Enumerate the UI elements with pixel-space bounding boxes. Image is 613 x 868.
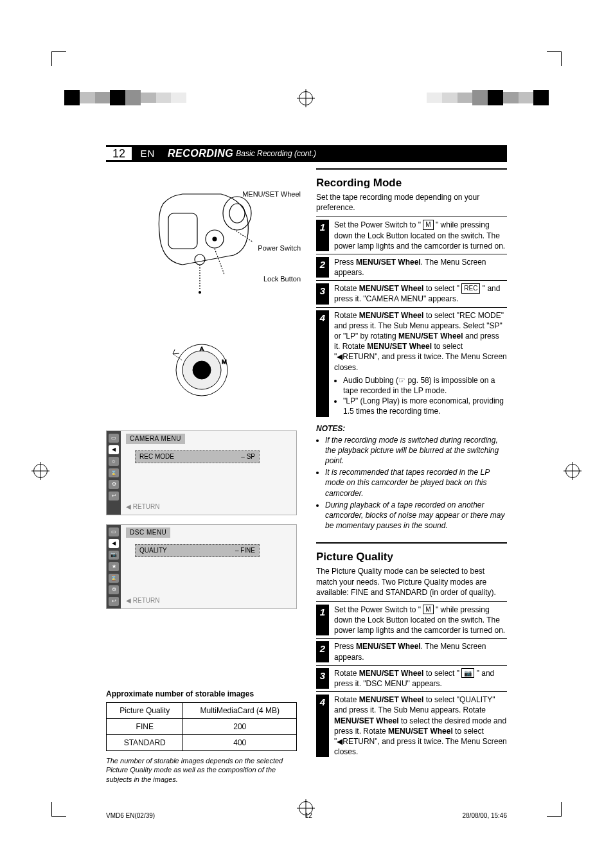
section-title-pic-quality: Picture Quality — [316, 550, 507, 565]
registration-mark-icon — [565, 464, 580, 478]
svg-point-6 — [199, 292, 200, 294]
menu-title: CAMERA MENU — [126, 434, 185, 444]
control-name: MENU/SET Wheel — [359, 669, 424, 678]
menu-return-label: ◀ RETURN — [126, 596, 159, 605]
step-number: 4 — [316, 695, 329, 757]
step-1: 1 Set the Power Switch to " M " while pr… — [316, 217, 507, 254]
table-row: Picture Quality MultiMediaCard (4 MB) — [107, 702, 297, 718]
step-number: 2 — [316, 257, 329, 278]
table-cell: FINE — [107, 718, 183, 734]
right-column: Recording Mode Set the tape recording mo… — [316, 168, 507, 791]
step-bullet: Audio Dubbing (☞ pg. 58) is impossible o… — [343, 375, 507, 396]
menu-tab-icon: ▭ — [109, 434, 119, 443]
chapter-subtitle: Basic Recording (cont.) — [233, 145, 316, 162]
footer-filecode: VMD6 EN(02/39) — [106, 811, 155, 820]
menu-return-label: ◀ RETURN — [126, 502, 159, 511]
printer-color-strip-icon — [64, 90, 186, 105]
crop-mark-icon — [547, 802, 562, 817]
registration-mark-icon — [33, 464, 48, 478]
table-cell: STANDARD — [107, 734, 183, 750]
step-4: 4 Rotate MENU/SET Wheel to select "QUALI… — [316, 691, 507, 759]
svg-point-9 — [193, 361, 211, 379]
control-name: MENU/SET Wheel — [356, 642, 421, 651]
svg-point-1 — [229, 204, 245, 223]
registration-mark-icon — [299, 91, 313, 105]
step-body: Set the Power Switch to " M " while pres… — [334, 605, 507, 636]
control-name: MENU/SET Wheel — [356, 258, 421, 267]
step-body: Rotate MENU/SET Wheel to select "REC MOD… — [334, 310, 507, 417]
step-number: 4 — [316, 310, 329, 417]
menu-tab-icon: ▭ — [109, 527, 119, 536]
chapter-title: RECORDING — [164, 145, 233, 162]
label-lock-button: Lock Button — [263, 275, 301, 283]
power-dial-illustration: A M — [106, 319, 297, 421]
menu-tab-icon: 📷 — [109, 551, 119, 560]
menu-tab-icon: ↩ — [109, 492, 119, 500]
step-body: Press MENU/SET Wheel. The Menu Screen ap… — [334, 257, 507, 278]
step-number: 3 — [316, 283, 329, 304]
step-body: Set the Power Switch to " M " while pres… — [334, 220, 507, 251]
table-header: MultiMediaCard (4 MB) — [183, 702, 297, 718]
step-3: 3 Rotate MENU/SET Wheel to select " REC … — [316, 280, 507, 306]
page-footer: VMD6 EN(02/39) 12 28/08/00, 15:46 — [106, 811, 507, 820]
step-number: 2 — [316, 641, 329, 662]
storable-table: Picture Quality MultiMediaCard (4 MB) FI… — [106, 702, 297, 752]
control-name: MENU/SET Wheel — [359, 284, 424, 293]
notes-block: NOTES: If the recording mode is switched… — [316, 423, 507, 531]
storable-images-section: Approximate number of storable images Pi… — [106, 684, 297, 791]
step-number: 1 — [316, 220, 329, 251]
step-3: 3 Rotate MENU/SET Wheel to select " 📷 " … — [316, 665, 507, 691]
dsc-menu-screenshot: ▭ ◀ 📷 ★ ⌛ ⚙ ↩ DSC MENU QUALITY – FINE ◀ … — [106, 524, 297, 609]
svg-text:A: A — [199, 346, 203, 352]
page-lang: EN — [132, 145, 164, 162]
footer-page: 12 — [305, 811, 312, 820]
mode-m-icon: M — [423, 605, 433, 615]
menu-tab-icon: ⌛ — [109, 574, 119, 583]
menu-tab-icon: ⚙ — [109, 480, 119, 489]
step-body: Rotate MENU/SET Wheel to select " REC " … — [334, 283, 507, 304]
table-row: STANDARD 400 — [107, 734, 297, 750]
menu-row-label: REC MODE — [139, 452, 174, 461]
svg-rect-2 — [168, 213, 197, 249]
mode-m-icon: M — [423, 220, 433, 230]
step-body: Press MENU/SET Wheel. The Menu Screen ap… — [334, 641, 507, 662]
step-2: 2 Press MENU/SET Wheel. The Menu Screen … — [316, 254, 507, 280]
menu-row-quality: QUALITY – FINE — [135, 544, 260, 557]
menu-title: DSC MENU — [126, 527, 170, 538]
label-power-switch: Power Switch — [258, 244, 301, 252]
menu-tab-icon: ◀ — [109, 445, 119, 454]
menu-row-value: – SP — [241, 452, 255, 461]
step-body: Rotate MENU/SET Wheel to select " 📷 " an… — [334, 668, 507, 689]
crop-mark-icon — [51, 51, 66, 66]
note-item: During playback of a tape recorded on an… — [325, 500, 507, 531]
step-2: 2 Press MENU/SET Wheel. The Menu Screen … — [316, 638, 507, 664]
storable-footnote: The number of storable images depends on… — [106, 756, 297, 784]
menu-row-value: – FINE — [235, 546, 255, 555]
menu-sidebar: ▭ ◀ 📷 ★ ⌛ ⚙ ↩ — [107, 525, 121, 608]
step-body: Rotate MENU/SET Wheel to select "QUALITY… — [334, 695, 507, 757]
rec-icon: REC — [461, 283, 480, 294]
crop-mark-icon — [547, 51, 562, 66]
page: 12 EN RECORDING Basic Recording (cont.) — [0, 0, 613, 868]
content-columns: MENU/SET Wheel Power Switch Lock Button … — [106, 168, 507, 791]
menu-tab-icon: ☼ — [109, 457, 119, 466]
footer-datetime: 28/08/00, 15:46 — [462, 811, 507, 820]
svg-point-4 — [213, 237, 217, 241]
storable-heading: Approximate number of storable images — [106, 689, 297, 699]
table-header: Picture Quality — [107, 702, 183, 718]
printer-color-strip-icon — [427, 90, 549, 105]
menu-sidebar: ▭ ◀ ☼ ⌛ ⚙ ↩ — [107, 431, 121, 515]
step-number: 1 — [316, 605, 329, 636]
table-row: FINE 200 — [107, 718, 297, 734]
section-intro: The Picture Quality mode can be selected… — [316, 566, 507, 598]
left-column: MENU/SET Wheel Power Switch Lock Button … — [106, 168, 297, 791]
table-cell: 400 — [183, 734, 297, 750]
svg-text:M: M — [222, 359, 227, 365]
menu-tab-icon: ⌛ — [109, 468, 119, 477]
svg-point-5 — [195, 254, 205, 265]
step-bullet: "LP" (Long Play) is more economical, pro… — [343, 396, 507, 416]
page-number: 12 — [106, 145, 132, 162]
step-number: 3 — [316, 668, 329, 689]
table-cell: 200 — [183, 718, 297, 734]
menu-tab-icon: ⚙ — [109, 585, 119, 594]
